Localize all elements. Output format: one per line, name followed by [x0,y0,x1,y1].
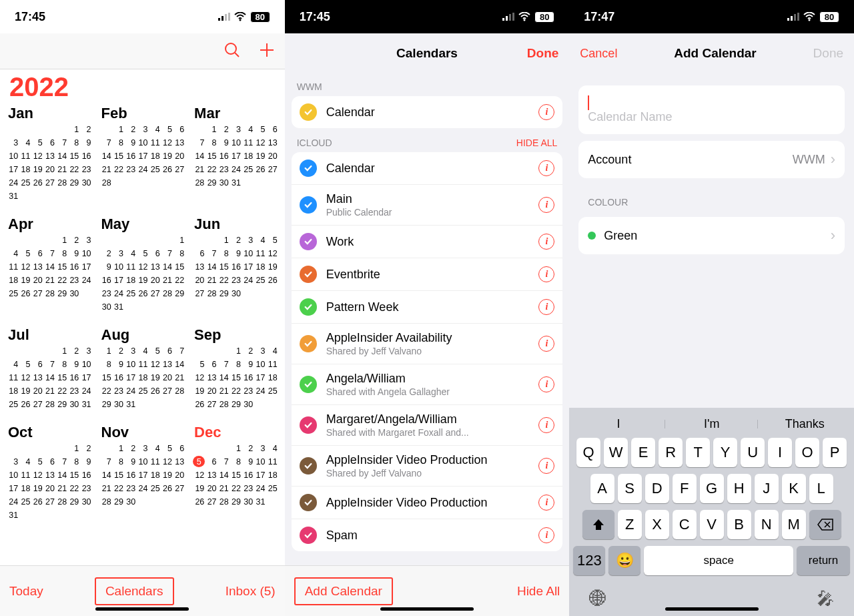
calendar-row[interactable]: Pattern Weeki [292,291,563,324]
done-button[interactable]: Done [813,46,843,61]
info-icon[interactable]: i [538,160,554,176]
mic-icon[interactable]: 🎤︎ [817,589,834,609]
today-button[interactable]: Today [9,584,43,599]
key[interactable]: D [645,474,669,503]
checkmark-icon[interactable] [300,335,317,352]
info-icon[interactable]: i [538,458,554,474]
space-key[interactable]: space [644,546,793,575]
calendar-row[interactable]: AppleInsider AvailabilityShared by Jeff … [292,324,563,364]
add-calendar-button[interactable]: Add Calendar [294,577,393,605]
info-icon[interactable]: i [538,527,554,543]
key[interactable]: R [659,438,683,467]
emoji-key[interactable]: 😀 [608,546,640,575]
calendar-row[interactable]: Spami [292,519,563,551]
info-icon[interactable]: i [538,336,554,352]
month[interactable]: Aug1234567891011121314151617181920212223… [96,325,189,413]
info-icon[interactable]: i [538,266,554,282]
key[interactable]: Q [576,438,600,467]
checkmark-icon[interactable] [300,196,317,214]
checkmark-icon[interactable] [300,233,317,250]
numbers-key[interactable]: 123 [573,546,605,575]
home-indicator[interactable] [380,607,474,611]
calendar-row[interactable]: Margaret/Angela/WilliamShared with Marga… [292,405,563,446]
checkmark-icon[interactable] [300,266,317,283]
key[interactable]: L [809,474,833,503]
month[interactable]: Apr 123456789101112131415161718192021222… [3,214,96,316]
calendar-row[interactable]: Eventbritei [292,258,563,291]
info-icon[interactable]: i [538,495,554,511]
key[interactable]: Z [618,510,642,539]
checkmark-icon[interactable] [300,376,317,393]
calendar-row[interactable]: Calendari [292,152,563,185]
calendar-row[interactable]: Worki [292,226,563,258]
key[interactable]: K [782,474,806,503]
key[interactable]: J [755,474,779,503]
month[interactable]: Jun 123456789101112131415161718192021222… [189,214,282,316]
month[interactable]: Mar 123456789101112131415161718192021222… [189,103,282,205]
key[interactable]: G [700,474,724,503]
info-icon[interactable]: i [538,197,554,213]
info-icon[interactable]: i [538,417,554,433]
key[interactable]: N [755,510,779,539]
suggestion[interactable]: Thanks [758,417,851,431]
calendar-row[interactable]: AppleInsider Video ProductionShared by J… [292,446,563,487]
suggestion[interactable]: I [572,417,665,431]
calendars-button[interactable]: Calendars [95,577,174,605]
done-button[interactable]: Done [527,46,559,61]
keyboard[interactable]: II'mThanks QWERTYUIOP ASDFGHJKL ZXCVBNM … [569,408,854,616]
key[interactable]: S [618,474,642,503]
checkmark-icon[interactable] [300,160,317,177]
month[interactable]: Sep 123456789101112131415161718192021222… [189,325,282,413]
info-icon[interactable]: i [538,299,554,315]
add-icon[interactable] [258,41,276,61]
month[interactable]: Nov 123456789101112131415161718192021222… [96,422,189,524]
colour-row[interactable]: Green › [578,217,845,254]
key[interactable]: Y [713,438,737,467]
key[interactable]: M [782,510,806,539]
month[interactable]: Jul 123456789101112131415161718192021222… [3,325,96,413]
checkmark-icon[interactable] [300,416,317,434]
home-indicator[interactable] [665,607,759,611]
key[interactable]: E [631,438,655,467]
info-icon[interactable]: i [538,376,554,392]
key[interactable]: F [673,474,697,503]
calendars-body[interactable]: WWMCalendariICLOUDHIDE ALLCalendariMainP… [285,72,570,565]
backspace-key[interactable] [809,510,841,539]
checkmark-icon[interactable] [300,298,317,316]
months-grid[interactable]: Jan 123456789101112131415161718192021222… [0,103,285,565]
key[interactable]: O [795,438,819,467]
key[interactable]: H [727,474,751,503]
suggestion[interactable]: I'm [665,417,759,431]
key[interactable]: X [645,510,669,539]
cancel-button[interactable]: Cancel [580,47,617,61]
calendar-row[interactable]: Calendari [292,96,563,128]
keyboard-suggestions[interactable]: II'mThanks [572,413,851,438]
key[interactable]: V [700,510,724,539]
return-key[interactable]: return [797,546,850,575]
month[interactable]: Oct 123456789101112131415161718192021222… [3,422,96,524]
globe-icon[interactable]: 🌐︎ [589,589,606,609]
key[interactable]: T [686,438,710,467]
checkmark-icon[interactable] [300,527,317,544]
checkmark-icon[interactable] [300,457,317,475]
key[interactable]: B [727,510,751,539]
calendar-row[interactable]: Angela/WilliamShared with Angela Gallagh… [292,364,563,405]
home-indicator[interactable] [95,607,189,611]
key[interactable]: C [673,510,697,539]
calendar-row[interactable]: MainPublic Calendari [292,185,563,226]
key[interactable]: A [590,474,614,503]
key[interactable]: I [768,438,792,467]
checkmark-icon[interactable] [300,494,317,511]
hide-all-button[interactable]: Hide All [517,584,560,599]
month[interactable]: May 123456789101112131415161718192021222… [96,214,189,316]
key[interactable]: U [741,438,765,467]
search-icon[interactable] [224,41,241,61]
info-icon[interactable]: i [538,104,554,120]
calendar-name-input[interactable] [588,110,835,124]
key[interactable]: W [604,438,628,467]
month[interactable]: Jan 123456789101112131415161718192021222… [3,103,96,205]
calendar-row[interactable]: AppleInsider Video Productioni [292,487,563,519]
checkmark-icon[interactable] [300,103,317,121]
shift-key[interactable] [582,510,614,539]
account-row[interactable]: Account WWM› [578,141,845,178]
